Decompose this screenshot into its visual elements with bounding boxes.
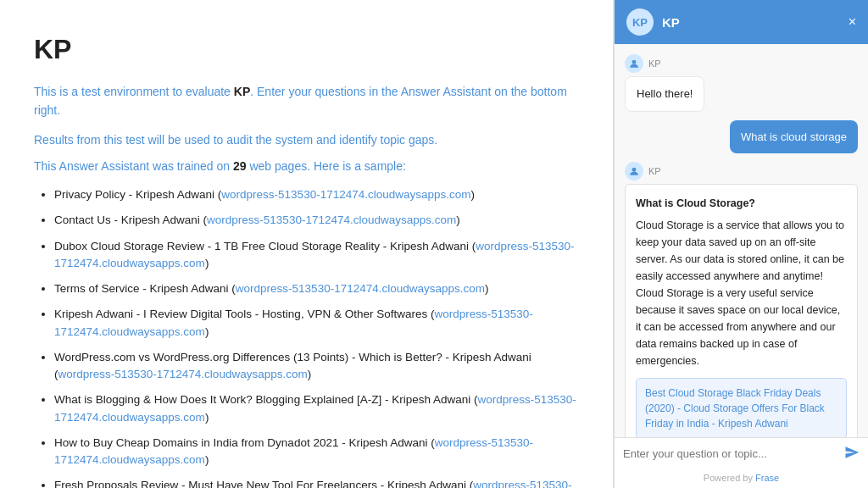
chat-header: KP KP ×: [615, 0, 868, 44]
intro-audit: Results from this test will be used to a…: [34, 130, 579, 149]
list-item: Dubox Cloud Storage Review - 1 TB Free C…: [54, 238, 579, 273]
page-link[interactable]: wordpress-513530-1712474.cloudwaysapps.c…: [54, 393, 576, 423]
user-query-message: What is cloud storage: [730, 120, 858, 154]
trained-suffix: web pages. Here is a sample:: [247, 159, 406, 173]
page-link[interactable]: wordpress-513530-1712474.cloudwaysapps.c…: [54, 308, 533, 337]
powered-by-link[interactable]: Frase: [755, 473, 779, 483]
powered-by-row: Powered by Frase: [615, 469, 868, 488]
chat-messages: KP Hello there! What is cloud storage KP…: [615, 44, 868, 437]
chat-panel: KP KP × KP Hello there! What is cloud st…: [614, 0, 868, 488]
answer-source-link[interactable]: Best Cloud Storage Black Friday Deals (2…: [636, 378, 847, 437]
bot-avatar: [625, 54, 643, 73]
trained-count: 29: [233, 159, 247, 173]
svg-point-1: [632, 168, 637, 172]
intro-text-1: This is a test environment to evaluate: [34, 85, 234, 98]
intro-bold: KP: [234, 85, 250, 98]
bot-label-row-2: KP: [625, 162, 858, 180]
answer-card: What is Cloud Storage? Cloud Storage is …: [625, 184, 858, 437]
send-button[interactable]: [844, 445, 860, 463]
bot-name: KP: [648, 58, 661, 69]
list-item: Terms of Service - Kripesh Adwani (wordp…: [54, 280, 579, 297]
answer-title: What is Cloud Storage?: [636, 195, 847, 212]
list-item: Fresh Proposals Review - Must Have New T…: [54, 477, 579, 488]
list-item: What is Blogging & How Does It Work? Blo…: [54, 391, 579, 426]
page-link[interactable]: wordpress-513530-1712474.cloudwaysapps.c…: [54, 240, 575, 269]
intro-paragraph: This is a test environment to evaluate K…: [34, 82, 579, 120]
page-link[interactable]: wordpress-513530-1712474.cloudwaysapps.c…: [58, 368, 308, 380]
chat-input-row: [615, 437, 868, 469]
chat-input[interactable]: [623, 447, 837, 460]
chat-close-button[interactable]: ×: [849, 15, 856, 29]
list-item: How to Buy Cheap Domains in India from D…: [54, 435, 579, 469]
list-item: Privacy Policy - Kripesh Adwani (wordpre…: [54, 186, 579, 203]
pages-list: Privacy Policy - Kripesh Adwani (wordpre…: [34, 186, 579, 488]
bot-avatar-2: [625, 162, 643, 180]
list-item: Contact Us - Kripesh Adwani (wordpress-5…: [54, 212, 579, 229]
main-content: KP This is a test environment to evaluat…: [0, 0, 614, 488]
bot-hello-message: Hello there!: [625, 76, 704, 112]
powered-by-text: Powered by: [704, 473, 755, 483]
page-link[interactable]: wordpress-513530-1712474.cloudwaysapps.c…: [207, 214, 456, 226]
chat-header-avatar: KP: [626, 8, 654, 36]
answer-body: Cloud Storage is a service that allows y…: [636, 217, 847, 369]
page-title: KP: [34, 34, 579, 65]
page-link[interactable]: wordpress-513530-1712474.cloudwaysapps.c…: [54, 436, 533, 466]
list-item: Kripesh Adwani - I Review Digital Tools …: [54, 306, 579, 341]
page-link[interactable]: wordpress-513530-1712474.cloudwaysapps.c…: [236, 282, 485, 295]
trained-text: This Answer Assistant was trained on 29 …: [34, 159, 579, 173]
trained-prefix: This Answer Assistant was trained on: [34, 159, 233, 173]
bot-label-row: KP: [625, 54, 858, 73]
chat-header-title: KP: [662, 15, 840, 30]
list-item: WordPress.com vs WordPress.org Differenc…: [54, 349, 579, 384]
bot-name-2: KP: [648, 166, 661, 176]
page-link[interactable]: wordpress-513530-1712474.cloudwaysapps.c…: [221, 188, 470, 201]
page-link[interactable]: wordpress-513530-1712474.cloudwaysapps.c…: [54, 479, 572, 488]
svg-point-0: [632, 60, 637, 64]
